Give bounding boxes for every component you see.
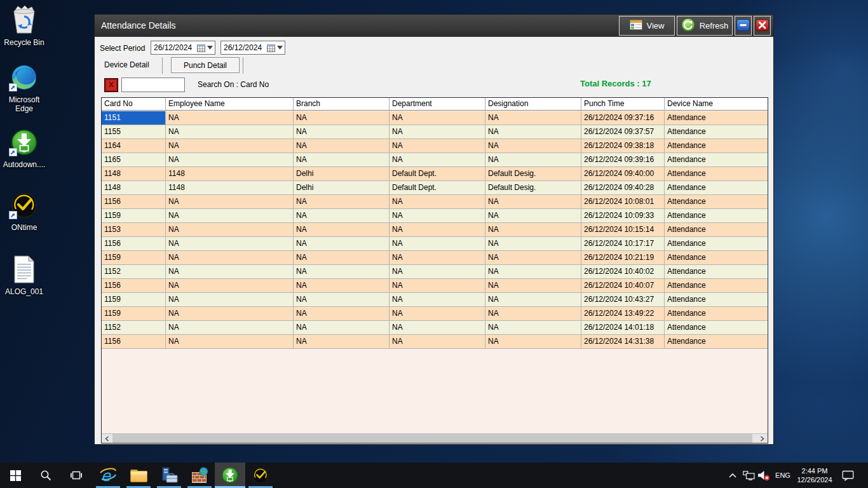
cell[interactable]: Delhi [294,181,390,194]
cell[interactable]: NA [294,293,390,306]
cell[interactable]: NA [485,209,581,222]
tab-device-detail[interactable]: Device Detail [104,60,149,69]
taskbar-internet-explorer[interactable]: e [93,463,123,488]
cell[interactable]: NA [294,139,390,152]
cell[interactable]: Attendance [665,321,768,334]
cell[interactable]: NA [390,139,485,152]
cell[interactable]: NA [166,265,294,278]
scrollbar-thumb[interactable] [112,434,752,443]
table-row[interactable]: 1153NANANANA26/12/2024 10:15:14Attendanc… [102,223,768,237]
cell[interactable]: 26/12/2024 10:43:27 [581,293,665,306]
cell[interactable]: NA [390,209,485,222]
cell[interactable]: Default Desig. [485,167,581,180]
cell[interactable]: 26/12/2024 10:08:01 [581,195,665,208]
cell[interactable]: NA [390,153,485,166]
cell[interactable]: 1165 [102,153,166,166]
cell[interactable]: 26/12/2024 10:40:02 [581,265,665,278]
period-to-datepicker[interactable]: 26/12/2024 [220,41,285,55]
cell[interactable]: Attendance [665,139,768,152]
minimize-button[interactable] [735,16,752,36]
tray-network[interactable] [741,463,756,488]
cell[interactable]: 1159 [102,209,166,222]
table-row[interactable]: 11481148DelhiDefault Dept.Default Desig.… [102,181,768,195]
cell[interactable]: NA [390,265,485,278]
cell[interactable]: NA [485,251,581,264]
tray-clock[interactable]: 2:44 PM 12/26/2024 [793,463,836,488]
cell[interactable]: NA [390,251,485,264]
taskbar-autodownload-active[interactable] [215,463,245,488]
cell[interactable]: 1148 [166,181,294,194]
cell[interactable]: NA [166,237,294,250]
cell[interactable]: 26/12/2024 10:21:19 [581,251,665,264]
column-header-employee-name[interactable]: Employee Name [166,98,294,110]
cell[interactable]: 1159 [102,307,166,320]
table-row[interactable]: 1151NANANANA26/12/2024 09:37:16Attendanc… [102,111,768,125]
cell[interactable]: 1156 [102,335,166,348]
cell[interactable]: NA [166,293,294,306]
cell[interactable]: Attendance [665,167,768,180]
table-row[interactable]: 1152NANANANA26/12/2024 14:01:18Attendanc… [102,321,768,335]
cell[interactable]: NA [390,293,485,306]
taskbar-file-explorer[interactable] [123,463,154,488]
cell[interactable]: 1151 [102,111,166,125]
tray-volume-muted[interactable] [756,463,771,488]
tray-action-center[interactable] [839,463,857,488]
cell[interactable]: Attendance [665,195,768,208]
refresh-button[interactable]: Refresh [677,16,733,36]
table-row[interactable]: 1156NANANANA26/12/2024 10:17:17Attendanc… [102,237,768,251]
table-row[interactable]: 1152NANANANA26/12/2024 10:40:02Attendanc… [102,265,768,279]
tray-show-hidden-icons[interactable] [727,463,738,488]
cell[interactable]: NA [485,335,581,348]
window-titlebar[interactable]: Attendance Details View [95,15,773,37]
table-row[interactable]: 11481148DelhiDefault Dept.Default Desig.… [102,167,768,181]
column-header-punch-time[interactable]: Punch Time [581,98,665,110]
cell[interactable]: 1156 [102,279,166,292]
cell[interactable]: NA [485,265,581,278]
table-row[interactable]: 1165NANANANA26/12/2024 09:39:16Attendanc… [102,153,768,167]
cell[interactable]: 26/12/2024 09:37:57 [581,125,665,139]
cell[interactable]: NA [294,111,390,125]
cell[interactable]: Attendance [665,335,768,348]
cell[interactable]: NA [485,279,581,292]
close-button[interactable] [754,16,771,36]
column-header-department[interactable]: Department [390,98,485,110]
cell[interactable]: NA [294,237,390,250]
cell[interactable]: NA [166,153,294,166]
cell[interactable]: NA [390,307,485,320]
cell[interactable]: Attendance [665,293,768,306]
scroll-right-arrow[interactable] [757,434,768,443]
cell[interactable]: 1155 [102,125,166,139]
desktop-icon-recycle-bin[interactable]: Recycle Bin [0,4,48,47]
cell[interactable]: NA [294,251,390,264]
dropdown-arrow-icon[interactable] [207,46,213,50]
cell[interactable]: Default Desig. [485,181,581,194]
cell[interactable]: NA [166,125,294,139]
cell[interactable]: NA [485,237,581,250]
cell[interactable]: 26/12/2024 14:31:38 [581,335,665,348]
table-row[interactable]: 1159NANANANA26/12/2024 13:49:22Attendanc… [102,307,768,321]
table-row[interactable]: 1156NANANANA26/12/2024 10:08:01Attendanc… [102,195,768,209]
cell[interactable]: NA [166,279,294,292]
cell[interactable]: 1152 [102,265,166,278]
table-row[interactable]: 1159NANANANA26/12/2024 10:09:33Attendanc… [102,209,768,223]
cell[interactable]: NA [390,195,485,208]
cell[interactable]: NA [390,237,485,250]
cell[interactable]: Delhi [294,167,390,180]
cell[interactable]: 1148 [166,167,294,180]
cell[interactable]: Attendance [665,125,768,139]
cell[interactable]: 26/12/2024 09:37:16 [581,111,665,125]
table-row[interactable]: 1159NANANANA26/12/2024 10:21:19Attendanc… [102,251,768,265]
task-view-button[interactable] [61,463,92,488]
cell[interactable]: NA [294,307,390,320]
cell[interactable]: NA [485,307,581,320]
taskbar-firewall[interactable] [184,463,215,488]
cell[interactable]: Attendance [665,251,768,264]
cell[interactable]: NA [294,265,390,278]
cell[interactable]: Attendance [665,181,768,194]
table-row[interactable]: 1155NANANANA26/12/2024 09:37:57Attendanc… [102,125,768,139]
period-from-datepicker[interactable]: 26/12/2024 [151,41,215,55]
desktop-icon-microsoft-edge[interactable]: Microsoft Edge [0,64,48,113]
cell[interactable]: Default Dept. [390,167,485,180]
column-header-device-name[interactable]: Device Name [665,98,768,110]
cell[interactable]: NA [166,195,294,208]
